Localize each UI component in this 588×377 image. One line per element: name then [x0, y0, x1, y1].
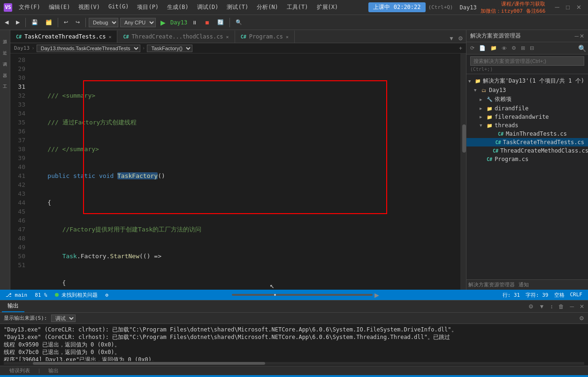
tab-close-1[interactable]: ✕: [108, 34, 111, 39]
editor-scrollbar[interactable]: [460, 54, 466, 290]
status-branch[interactable]: ⎇ main: [4, 292, 29, 298]
menu-analyze[interactable]: 分析(N): [253, 2, 282, 12]
stop-button[interactable]: ⏹: [202, 19, 213, 26]
panel-pin-button[interactable]: ─: [574, 33, 579, 39]
save-button[interactable]: 💾: [29, 18, 41, 26]
toolbar-sep4: [229, 18, 230, 27]
tab-task-create[interactable]: C# TaskCreateThreadTests.cs ✕: [10, 31, 117, 43]
scroll-right-button[interactable]: ▶: [374, 292, 379, 299]
tab-list-button[interactable]: ▼: [448, 34, 455, 43]
tree-task-create[interactable]: C# TaskCreateThreadTests.cs: [466, 138, 588, 146]
minimize-button[interactable]: ─: [552, 3, 562, 12]
status-zoom[interactable]: 81 %: [33, 292, 49, 298]
output-scroll-thumb[interactable]: [33, 362, 265, 365]
status-no-issues[interactable]: 未找到相关问题: [61, 292, 98, 298]
footer-tab-output[interactable]: 输出: [43, 366, 64, 376]
status-encoding[interactable]: CRLF: [568, 292, 585, 299]
menu-build[interactable]: 生成(B): [163, 2, 192, 12]
output-toolbar-btn1[interactable]: ⚙: [527, 302, 535, 311]
output-toolbar-btn2[interactable]: ▼: [537, 302, 547, 311]
close-button[interactable]: ✕: [573, 3, 584, 12]
se-collapse-button[interactable]: ⊟: [528, 44, 536, 52]
config-dropdown[interactable]: Debug: [89, 18, 118, 27]
sidebar-icon-5[interactable]: 工: [1, 77, 9, 85]
menu-edit[interactable]: 编辑(E): [45, 2, 74, 12]
se-search-icon-button[interactable]: 🔍: [578, 45, 586, 52]
output-footer: 错误列表 | 输出: [0, 366, 588, 375]
se-expand-button[interactable]: ⊞: [519, 44, 527, 52]
status-row[interactable]: 行: 31: [501, 292, 522, 299]
save-all-button[interactable]: 🗂️: [43, 18, 55, 26]
output-source-dropdown[interactable]: 调试: [51, 315, 76, 322]
code-content[interactable]: /// <summary> /// 通过Factory方式创建线程 /// </…: [29, 54, 460, 290]
se-sync-button[interactable]: ⟳: [468, 44, 476, 52]
method-dropdown[interactable]: TaskFactory(): [147, 45, 192, 52]
output-source-label: 显示输出来源(S):: [4, 315, 47, 322]
code-editor[interactable]: 28 29 30 31 32 33 34 35 36 37 38 39 40 4…: [10, 54, 466, 290]
footer-tab-errors[interactable]: 错误列表: [4, 366, 36, 376]
namespace-dropdown[interactable]: Day13.threads.TaskCreateThreadTests: [37, 45, 140, 52]
output-scrollbar[interactable]: [4, 362, 584, 365]
maximize-button[interactable]: □: [563, 3, 573, 12]
threads-icon: 📁: [486, 122, 493, 129]
tab-program[interactable]: C# Program.cs ✕: [235, 31, 295, 43]
platform-dropdown[interactable]: Any CPU: [120, 18, 156, 27]
restart-button[interactable]: 🔄: [214, 18, 227, 26]
panel-close-button[interactable]: ✕: [580, 33, 584, 39]
sidebar-icon-1[interactable]: 源: [1, 32, 9, 40]
undo-button[interactable]: ↩: [61, 18, 71, 26]
output-tab-output[interactable]: 输出: [2, 300, 24, 312]
tree-thread-method[interactable]: C# ThreadCreateMethodClass.cs: [466, 146, 588, 155]
tree-main-thread[interactable]: C# MainThreadTests.cs: [466, 130, 588, 138]
output-toolbar-btn3[interactable]: ↕: [548, 302, 555, 311]
breadcrumb-project[interactable]: Day13: [14, 45, 30, 51]
redo-button[interactable]: ↪: [73, 18, 83, 26]
status-spaces[interactable]: 空格: [552, 292, 566, 299]
menu-project[interactable]: 项目(P): [133, 2, 162, 12]
title-menu[interactable]: 文件(F) 编辑(E) 视图(V) Git(G) 项目(P) 生成(B) 调试(…: [15, 2, 342, 12]
tree-dirandfile[interactable]: ▶ 📁 dirandfile: [466, 104, 588, 113]
tree-program[interactable]: C# Program.cs: [466, 155, 588, 163]
menu-tools[interactable]: 工具(T): [283, 2, 312, 12]
se-show-all-button[interactable]: 👁: [500, 45, 509, 52]
back-button[interactable]: ◀: [2, 18, 11, 26]
output-settings-button[interactable]: ⚙: [579, 315, 584, 322]
project-node[interactable]: ▼ 🗂 Day13: [466, 86, 588, 94]
output-close-button[interactable]: ✕: [578, 302, 586, 311]
se-bottom-tab2[interactable]: 通知: [519, 281, 529, 288]
se-new-file-button[interactable]: 📄: [477, 44, 488, 52]
tree-threads[interactable]: ▼ 📁 threads: [466, 121, 588, 130]
output-clear-button[interactable]: 🗑: [557, 302, 566, 311]
tab-close-3[interactable]: ✕: [286, 34, 289, 39]
tab-label-3: Program.cs: [249, 33, 283, 40]
pause-button[interactable]: ⏸: [189, 19, 200, 26]
add-tab-button[interactable]: +: [459, 45, 462, 52]
se-bottom-tab1[interactable]: 解决方案资源管理器: [468, 281, 515, 288]
output-pin-button[interactable]: ─: [568, 302, 576, 311]
scrollbar-thumb[interactable]: [462, 124, 466, 153]
solution-root[interactable]: ▼ 📁 解决方案'Day13'(1 个项目/共 1 个): [466, 76, 588, 86]
menu-debug[interactable]: 调试(D): [193, 2, 222, 12]
status-col[interactable]: 字符: 39: [524, 292, 550, 299]
sidebar-icon-2[interactable]: 近: [1, 43, 9, 52]
se-new-folder-button[interactable]: 📁: [489, 44, 499, 52]
tree-filereadandwrite[interactable]: ▶ 📁 filereadandwrite: [466, 113, 588, 121]
menu-file[interactable]: 文件(F): [15, 2, 44, 12]
run-target[interactable]: Day13: [170, 19, 187, 26]
menu-git[interactable]: Git(G): [105, 2, 132, 12]
tab-settings-button[interactable]: ⚙: [457, 34, 464, 43]
run-button[interactable]: ▶: [158, 18, 168, 27]
sidebar-icon-3[interactable]: 调: [1, 54, 9, 63]
forward-button[interactable]: ▶: [13, 18, 23, 26]
search-button[interactable]: 🔍: [233, 18, 245, 26]
menu-extensions[interactable]: 扩展(X): [313, 2, 342, 12]
tree-deps[interactable]: ▶ 🔧 依赖项: [466, 94, 588, 104]
status-filter-icon[interactable]: ⚙: [103, 292, 110, 298]
tab-thread-create[interactable]: C# ThreadCreate...thodClass.cs ✕: [117, 31, 235, 43]
sidebar-icon-4[interactable]: 器: [1, 66, 9, 74]
se-filter-button[interactable]: ⚙: [510, 44, 518, 52]
tab-close-2[interactable]: ✕: [226, 34, 229, 39]
solution-search-input[interactable]: [470, 56, 584, 66]
menu-test[interactable]: 测试(T): [223, 2, 252, 12]
menu-view[interactable]: 视图(V): [75, 2, 104, 12]
